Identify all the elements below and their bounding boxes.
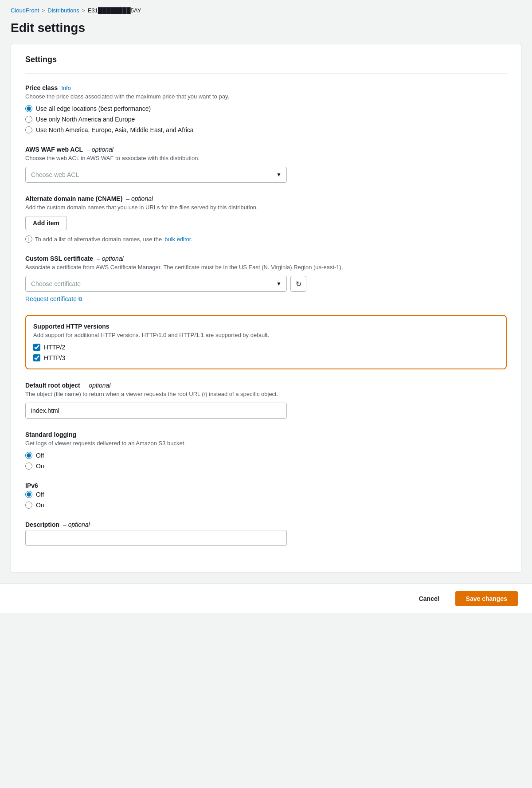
description-section: Description – optional xyxy=(25,521,507,546)
request-cert-link[interactable]: Request certificate ⧉ xyxy=(25,295,507,302)
cancel-button[interactable]: Cancel xyxy=(410,592,448,606)
external-link-icon: ⧉ xyxy=(78,296,82,302)
default-root-label: Default root object – optional xyxy=(25,382,507,389)
price-class-all-radio[interactable] xyxy=(25,105,32,112)
price-class-info-link[interactable]: Info xyxy=(61,85,71,91)
logging-on-option[interactable]: On xyxy=(25,463,507,470)
logging-on-radio[interactable] xyxy=(25,463,32,470)
refresh-icon: ↻ xyxy=(296,280,301,288)
ssl-label: Custom SSL certificate – optional xyxy=(25,255,507,262)
description-input[interactable] xyxy=(25,530,287,546)
ipv6-on-label: On xyxy=(36,502,44,509)
bulk-editor-link[interactable]: bulk editor. xyxy=(164,236,192,243)
price-class-na-eu-asia-option[interactable]: Use North America, Europe, Asia, Middle … xyxy=(25,126,507,133)
default-root-label-text: Default root object xyxy=(25,382,80,389)
logging-label-text: Standard logging xyxy=(25,431,76,438)
price-class-all-label: Use all edge locations (best performance… xyxy=(36,105,151,112)
http2-label: HTTP/2 xyxy=(44,344,65,351)
description-label: Description – optional xyxy=(25,521,507,528)
add-item-button[interactable]: Add item xyxy=(25,216,67,230)
default-root-input[interactable] xyxy=(25,403,287,419)
http3-option[interactable]: HTTP/3 xyxy=(33,354,499,361)
price-class-na-eu-asia-label: Use North America, Europe, Asia, Middle … xyxy=(36,126,194,133)
http-versions-section: Supported HTTP versions Add support for … xyxy=(25,315,507,369)
default-root-optional-text: – optional xyxy=(84,382,111,389)
settings-card: Settings Price class Info Choose the pri… xyxy=(11,44,521,573)
ssl-label-text: Custom SSL certificate xyxy=(25,255,93,262)
http-versions-label-text: Supported HTTP versions xyxy=(33,323,110,330)
price-class-desc: Choose the price class associated with t… xyxy=(25,93,507,100)
waf-select[interactable]: Choose web ACL xyxy=(25,167,287,183)
breadcrumb-sep-1: > xyxy=(42,8,45,14)
breadcrumb-cloudfront[interactable]: CloudFront xyxy=(11,7,39,14)
breadcrumb-distributions[interactable]: Distributions xyxy=(47,7,79,14)
logging-off-radio[interactable] xyxy=(25,452,32,459)
default-root-desc: The object (file name) to return when a … xyxy=(25,391,507,397)
price-class-label-text: Price class xyxy=(25,84,58,91)
ipv6-off-option[interactable]: Off xyxy=(25,491,507,498)
cname-section: Alternate domain name (CNAME) – optional… xyxy=(25,195,507,243)
ipv6-radio-group: Off On xyxy=(25,491,507,509)
http-versions-checkbox-group: HTTP/2 HTTP/3 xyxy=(33,344,499,361)
http3-label: HTTP/3 xyxy=(44,354,65,361)
ipv6-label-text: IPv6 xyxy=(25,482,38,489)
cert-row: Choose certificate ▼ ↻ xyxy=(25,276,507,292)
logging-off-option[interactable]: Off xyxy=(25,452,507,459)
settings-card-title: Settings xyxy=(25,55,507,64)
price-class-label: Price class Info xyxy=(25,84,507,91)
http3-checkbox[interactable] xyxy=(33,354,40,361)
http2-option[interactable]: HTTP/2 xyxy=(33,344,499,351)
cname-desc: Add the custom domain names that you use… xyxy=(25,204,507,211)
cname-label-text: Alternate domain name (CNAME) xyxy=(25,195,122,202)
logging-section: Standard logging Get logs of viewer requ… xyxy=(25,431,507,470)
breadcrumb: CloudFront > Distributions > E31████████… xyxy=(0,0,532,17)
ssl-section: Custom SSL certificate – optional Associ… xyxy=(25,255,507,302)
ssl-desc: Associate a certificate from AWS Certifi… xyxy=(25,264,507,271)
ipv6-section: IPv6 Off On xyxy=(25,482,507,509)
ipv6-on-radio[interactable] xyxy=(25,502,32,509)
price-class-radio-group: Use all edge locations (best performance… xyxy=(25,105,507,133)
logging-label: Standard logging xyxy=(25,431,507,438)
http2-checkbox[interactable] xyxy=(33,344,40,351)
price-class-na-eu-radio[interactable] xyxy=(25,116,32,123)
logging-on-label: On xyxy=(36,463,44,470)
ipv6-off-label: Off xyxy=(36,491,44,498)
description-label-text: Description xyxy=(25,521,59,528)
waf-label: AWS WAF web ACL – optional xyxy=(25,146,507,153)
price-class-na-eu-asia-radio[interactable] xyxy=(25,126,32,133)
logging-desc: Get logs of viewer requests delivered to… xyxy=(25,440,507,447)
price-class-all-option[interactable]: Use all edge locations (best performance… xyxy=(25,105,507,112)
price-class-na-eu-label: Use only North America and Europe xyxy=(36,116,135,123)
breadcrumb-distribution-id: E31████████5AY xyxy=(88,7,141,14)
http-versions-desc: Add support for additional HTTP versions… xyxy=(33,332,499,338)
ssl-optional-text: – optional xyxy=(97,255,124,262)
ipv6-label: IPv6 xyxy=(25,482,507,489)
bulk-editor-note: i To add a list of alternative domain na… xyxy=(25,235,507,243)
cert-select-wrapper: Choose certificate ▼ xyxy=(25,276,287,292)
price-class-na-eu-option[interactable]: Use only North America and Europe xyxy=(25,116,507,123)
page-title: Edit settings xyxy=(0,17,532,44)
waf-desc: Choose the web ACL in AWS WAF to associa… xyxy=(25,155,507,161)
waf-label-text: AWS WAF web ACL xyxy=(25,146,83,153)
logging-off-label: Off xyxy=(36,452,44,459)
breadcrumb-sep-2: > xyxy=(82,8,85,14)
description-optional-text: – optional xyxy=(63,521,90,528)
waf-optional-text: – optional xyxy=(86,146,113,153)
ipv6-on-option[interactable]: On xyxy=(25,502,507,509)
waf-select-wrapper: Choose web ACL ▼ xyxy=(25,167,287,183)
cname-label: Alternate domain name (CNAME) – optional xyxy=(25,195,507,202)
info-icon: i xyxy=(25,235,32,243)
cname-optional-text: – optional xyxy=(126,195,153,202)
footer-bar: Cancel Save changes xyxy=(0,584,532,613)
waf-section: AWS WAF web ACL – optional Choose the we… xyxy=(25,146,507,183)
page-wrapper: CloudFront > Distributions > E31████████… xyxy=(0,0,532,613)
price-class-section: Price class Info Choose the price class … xyxy=(25,84,507,133)
http-versions-label: Supported HTTP versions xyxy=(33,323,499,330)
request-cert-text: Request certificate xyxy=(25,295,77,302)
cert-refresh-button[interactable]: ↻ xyxy=(290,276,306,292)
ipv6-off-radio[interactable] xyxy=(25,491,32,498)
cert-select[interactable]: Choose certificate xyxy=(25,276,287,292)
logging-radio-group: Off On xyxy=(25,452,507,470)
save-changes-button[interactable]: Save changes xyxy=(455,591,518,606)
bulk-note-text: To add a list of alternative domain name… xyxy=(35,236,162,243)
